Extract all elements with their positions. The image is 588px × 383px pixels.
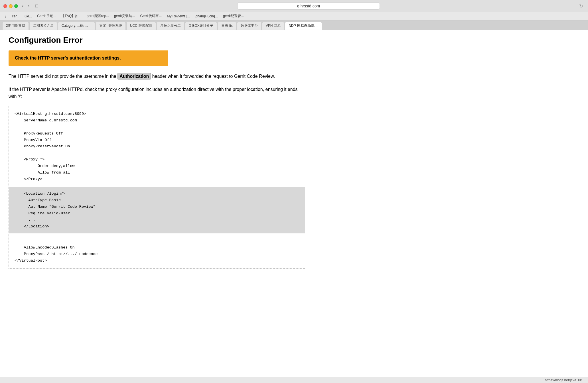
tab-copy-mgmt[interactable]: 文案--管理系统 (96, 22, 126, 30)
code-block-bottom: AllowEncodedSlashes On ProxyPass / http:… (9, 233, 305, 269)
description-after: header when it forwarded the request to … (151, 74, 275, 79)
page-title: Configuration Error (9, 36, 305, 45)
tab-dbox[interactable]: D-BOX设计盒子 (185, 22, 217, 30)
tab-ndp-netease[interactable]: NDP-网易自动部署平... (285, 22, 322, 30)
tab-db-platform[interactable]: 数据库平台 (237, 22, 261, 30)
reload-button[interactable]: ↻ (577, 3, 585, 9)
minimize-button[interactable] (9, 4, 13, 8)
description-paragraph: The HTTP server did not provide the user… (9, 73, 305, 80)
bookmark-faq[interactable]: 【FAQ】如... (59, 13, 84, 19)
authorization-highlight: Authorization (117, 73, 151, 80)
page-content: Configuration Error Check the HTTP serve… (0, 30, 314, 280)
browser-chrome: ‹ › □ g.hrsstd.com ↻ ⋮ cer... Ge... Gerr… (0, 0, 588, 30)
bookmark-gerrit-config-mgr[interactable]: gerrit配置管... (221, 13, 246, 19)
back-button[interactable]: ‹ (20, 3, 25, 9)
bookmark-cer[interactable]: cer... (10, 14, 22, 19)
address-bar-container: g.hrsstd.com (42, 2, 575, 10)
bookmark-my-reviews[interactable]: My Reviews |... (165, 14, 192, 19)
title-bar: ‹ › □ g.hrsstd.com ↻ (0, 0, 588, 12)
tab-use-cases[interactable]: 2期用例冒烟 (2, 22, 29, 30)
bookmark-zhanglong[interactable]: ZhangHLong... (193, 14, 220, 19)
config-note: If the HTTP server is Apache HTTPd, chec… (9, 86, 305, 100)
tab-log-fix[interactable]: 日志-fix (218, 22, 236, 30)
bookmarks-bar: ⋮ cer... Ge... Gerrit 手动... 【FAQ】如... ge… (0, 12, 588, 21)
bookmark-gerrit-install[interactable]: gerrit安装与... (112, 13, 137, 19)
address-bar[interactable]: g.hrsstd.com (237, 2, 380, 10)
tab-vpn-netease[interactable]: VPN-网易 (262, 22, 285, 30)
warning-text: Check the HTTP server's authentication s… (15, 56, 121, 60)
tab-koala-division[interactable]: 考拉之星分工 (157, 22, 184, 30)
bookmark-gerrit-code-review[interactable]: Gerrit代码审... (138, 13, 164, 19)
description-before: The HTTP server did not provide the user… (9, 74, 117, 79)
bookmark-gerrit-config-rep[interactable]: gerrit配置rep... (84, 13, 111, 19)
code-block-top: <VirtualHost g.hrsstd.com:8099> ServerNa… (9, 106, 305, 187)
tab-view-button[interactable]: □ (34, 3, 40, 9)
bookmark-dots[interactable]: ⋮ (2, 14, 9, 19)
tab-category-kb[interactable]: Category: ...码 —— 知识星球 (58, 22, 95, 30)
warning-box: Check the HTTP server's authentication s… (9, 50, 168, 66)
tab-koala-star[interactable]: 二期考拉之星 (29, 22, 57, 30)
maximize-button[interactable] (14, 4, 18, 8)
forward-button[interactable]: › (26, 3, 31, 9)
traffic-lights (3, 4, 18, 8)
code-container: <VirtualHost g.hrsstd.com:8099> ServerNa… (9, 106, 305, 269)
tabs-bar: 2期用例冒烟 二期考拉之星 Category: ...码 —— 知识星球 文案-… (0, 21, 588, 30)
bookmark-gerrit-manual[interactable]: Gerrit 手动... (35, 13, 58, 19)
code-block-highlighted: <Location /login/> AuthType Basic AuthNa… (9, 187, 305, 233)
bookmark-ge[interactable]: Ge... (22, 14, 34, 19)
nav-buttons: ‹ › (20, 3, 31, 9)
close-button[interactable] (3, 4, 7, 8)
tab-ucc-env[interactable]: UCC-环境配置 (126, 22, 156, 30)
